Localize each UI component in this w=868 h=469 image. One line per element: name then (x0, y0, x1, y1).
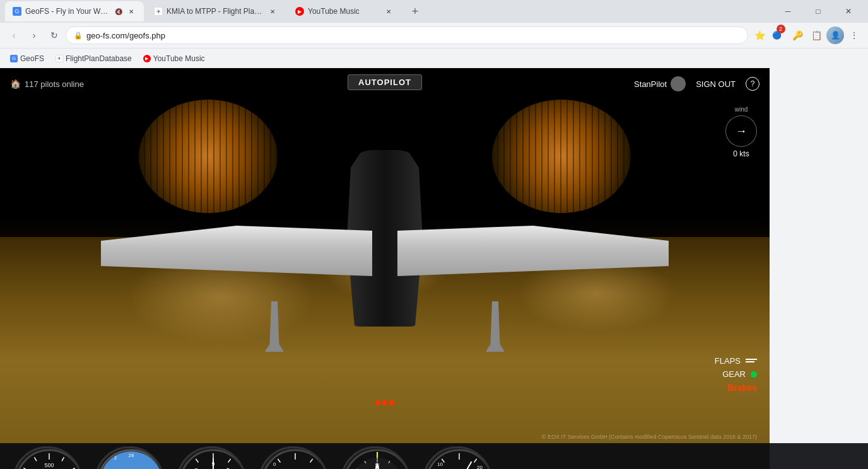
svg-text:0: 0 (273, 461, 276, 467)
bookmark-geofs-favicon: G (10, 55, 18, 62)
svg-text:10: 10 (437, 461, 443, 467)
bookmark-youtube-label: YouTube Music (153, 54, 205, 63)
bookmark-geofs-label: GeoFS (20, 54, 44, 63)
airspeed-gauge: 500 100 200 300 400 KNOTS AIRSPEED (13, 446, 82, 469)
menu-icon[interactable]: ⋮ (845, 26, 863, 44)
hud-user: StanPilot SIGN OUT ? (634, 76, 760, 91)
svg-text:28: 28 (129, 453, 134, 458)
profile-extension-icon[interactable]: 🔑 (789, 26, 806, 44)
sign-out-button[interactable]: SIGN OUT (696, 79, 736, 89)
new-tab-button[interactable]: + (406, 3, 424, 20)
hud-top: 🏠 117 pilots online AUTOPILOT StanPilot … (0, 68, 770, 100)
wing-left (101, 226, 372, 276)
altimeter-gauge: 9 1 2 3 4 5 6 7 ALT 29.92 (177, 446, 246, 469)
home-icon: 🏠 (10, 79, 21, 89)
bookmark-flightplan-favicon: ✈ (56, 55, 63, 62)
wind-speed-text: 0 kts (733, 149, 749, 158)
svg-text:500: 500 (44, 462, 54, 468)
game-viewport[interactable]: 🏠 117 pilots online AUTOPILOT StanPilot … (0, 68, 770, 443)
runway-dot-1 (375, 400, 380, 405)
tab-geofs-mute[interactable]: 🔇 (115, 8, 122, 15)
turn-coordinator-gauge: 0 1 2 3 4 5 6 (259, 446, 328, 469)
gear-container (227, 276, 542, 352)
user-avatar (671, 76, 686, 91)
wind-label: wind (735, 106, 748, 113)
maximize-button[interactable]: □ (804, 1, 833, 21)
pilots-online-text: 117 pilots online (25, 79, 84, 89)
minimize-button[interactable]: ─ (773, 1, 802, 21)
bookmarks-bar: G GeoFS ✈ FlightPlanDatabase ▶ YouTube M… (0, 48, 868, 68)
tab-geofs[interactable]: G GeoFS - Fly in Your Web Bro... 🔇 ✕ (5, 1, 144, 21)
wind-indicator: wind → 0 kts (725, 106, 757, 158)
user-info: StanPilot (634, 76, 686, 91)
tab-geofs-favicon: G (13, 7, 21, 16)
bookmark-flightplan-label: FlightPlanDatabase (66, 54, 132, 63)
copyright-text: © EOX IT Services GmbH (Contains modifie… (542, 434, 757, 440)
sidebar-right (770, 68, 868, 443)
vsi-gauge: 10 80 90 100 50 40 30 20 (423, 446, 492, 469)
bookmark-youtube-favicon: ▶ (143, 55, 151, 62)
window-controls: ─ □ ✕ (773, 1, 863, 21)
bookmark-flightplan[interactable]: ✈ FlightPlanDatabase (50, 51, 137, 66)
svg-text:20: 20 (477, 465, 483, 469)
tab-flightplan-favicon: ✈ (154, 7, 163, 16)
back-button[interactable]: ‹ (5, 26, 23, 44)
wing-right (397, 226, 669, 276)
aircraft-container (101, 100, 669, 352)
save-icon[interactable]: 📋 (807, 26, 825, 44)
gear-label: GEAR (722, 369, 746, 379)
bookmark-geofs[interactable]: G GeoFS (5, 51, 49, 66)
gear-left (259, 301, 290, 352)
forward-button[interactable]: › (25, 26, 43, 44)
lock-icon: 🔒 (74, 32, 83, 40)
profile-avatar[interactable]: 👤 (826, 26, 844, 44)
tab-flightplan-label: KMIA to MTPP - Flight Plan Data... (167, 7, 264, 16)
tab-geofs-label: GeoFS - Fly in Your Web Bro... (25, 7, 111, 16)
badge: 2 (777, 25, 785, 33)
right-panel: FLAPS GEAR Brakes (715, 356, 757, 393)
flaps-ticks (746, 359, 757, 363)
wind-arrow-icon: → (736, 125, 747, 138)
help-button[interactable]: ? (746, 77, 760, 91)
flaps-label: FLAPS (715, 356, 741, 366)
main-layout: 🏠 117 pilots online AUTOPILOT StanPilot … (0, 68, 868, 443)
address-bar: ‹ › ↻ 🔒 geo-fs.com/geofs.php ⭐ 🔵 2 🔑 📋 👤… (0, 23, 868, 48)
directional-gyro-gauge: N E S W 6 12 24 30 VACUUM (341, 446, 410, 469)
engine-right (492, 100, 631, 213)
tab-geofs-close[interactable]: ✕ (126, 6, 136, 16)
wind-compass: → (725, 115, 757, 147)
attitude-gauge: 18 18 18 18 28 2 (95, 446, 164, 469)
extension-icon-1[interactable]: 🔵 2 (770, 26, 787, 44)
bookmark-star-icon[interactable]: ⭐ (751, 26, 768, 44)
close-button[interactable]: ✕ (834, 1, 863, 21)
tab-youtube-label: YouTube Music (308, 7, 380, 16)
user-name-text: StanPilot (634, 79, 667, 89)
bookmark-youtube[interactable]: ▶ YouTube Music (138, 51, 210, 66)
gear-right (479, 301, 511, 352)
runway-dot-2 (382, 400, 387, 405)
url-text: geo-fs.com/geofs.php (86, 31, 740, 40)
tab-youtube-favicon: ▶ (295, 7, 304, 16)
url-bar[interactable]: 🔒 geo-fs.com/geofs.php (66, 26, 748, 44)
pilots-online: 🏠 117 pilots online (10, 79, 84, 89)
svg-text:2: 2 (114, 455, 117, 461)
runway-markers (375, 400, 394, 405)
tab-youtube-close[interactable]: ✕ (384, 6, 394, 16)
runway-dot-3 (389, 400, 394, 405)
toolbar-icons: ⭐ 🔵 2 🔑 📋 👤 ⋮ (751, 26, 863, 44)
instruments-bar: 500 100 200 300 400 KNOTS AIRSPEED (0, 443, 770, 469)
tab-flightplan[interactable]: ✈ KMIA to MTPP - Flight Plan Data... ✕ (146, 1, 285, 21)
tab-flightplan-close[interactable]: ✕ (267, 6, 278, 16)
autopilot-button[interactable]: AUTOPILOT (348, 74, 422, 90)
reload-button[interactable]: ↻ (45, 26, 63, 44)
browser-chrome: G GeoFS - Fly in Your Web Bro... 🔇 ✕ ✈ K… (0, 0, 868, 68)
engine-left (139, 100, 278, 213)
tab-youtube[interactable]: ▶ YouTube Music ✕ (288, 1, 401, 21)
flaps-indicator: FLAPS (715, 356, 757, 366)
gear-indicator: GEAR (722, 369, 757, 379)
title-bar: G GeoFS - Fly in Your Web Bro... 🔇 ✕ ✈ K… (0, 0, 868, 23)
gear-status-dot (751, 371, 757, 378)
brakes-indicator: Brakes (727, 383, 757, 393)
